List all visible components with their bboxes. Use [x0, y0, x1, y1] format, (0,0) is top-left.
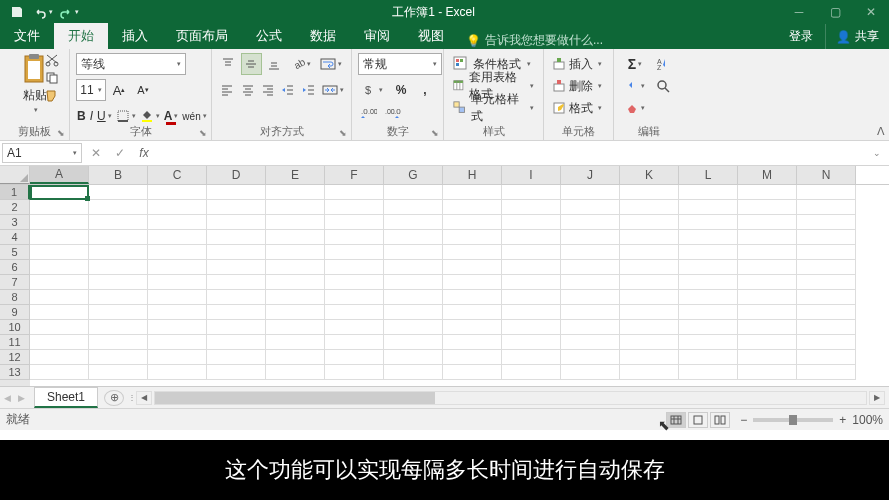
cell[interactable] [207, 365, 266, 380]
cell[interactable] [502, 305, 561, 320]
cell[interactable] [207, 335, 266, 350]
cell[interactable] [502, 215, 561, 230]
cell[interactable] [207, 290, 266, 305]
cell[interactable] [266, 350, 325, 365]
cell[interactable] [325, 320, 384, 335]
cell[interactable] [561, 335, 620, 350]
cell[interactable] [30, 305, 89, 320]
cell[interactable] [148, 365, 207, 380]
tab-layout[interactable]: 页面布局 [162, 23, 242, 49]
cell[interactable] [207, 230, 266, 245]
cell[interactable] [797, 290, 856, 305]
zoom-in-button[interactable]: + [839, 413, 846, 427]
cell[interactable] [561, 275, 620, 290]
cell[interactable] [325, 290, 384, 305]
cell[interactable] [89, 305, 148, 320]
cell[interactable] [738, 230, 797, 245]
number-format-select[interactable]: 常规▾ [358, 53, 442, 75]
cell[interactable] [502, 260, 561, 275]
cell[interactable] [620, 350, 679, 365]
zoom-out-button[interactable]: − [740, 413, 747, 427]
cell[interactable] [207, 200, 266, 215]
cell[interactable] [679, 335, 738, 350]
collapse-ribbon-button[interactable]: ᐱ [877, 125, 885, 138]
font-size-select[interactable]: 11▾ [76, 79, 106, 101]
column-header[interactable]: M [738, 166, 797, 184]
tab-file[interactable]: 文件 [0, 23, 54, 49]
close-button[interactable]: ✕ [853, 0, 889, 24]
column-header[interactable]: D [207, 166, 266, 184]
insert-function-button[interactable]: fx [132, 143, 156, 163]
cell[interactable] [325, 215, 384, 230]
row-header[interactable]: 1 [0, 185, 30, 200]
sheet-tab[interactable]: Sheet1 [34, 387, 98, 408]
comma-button[interactable]: , [414, 79, 436, 101]
cell[interactable] [384, 215, 443, 230]
cell[interactable] [443, 275, 502, 290]
grow-font-button[interactable]: A▴ [108, 79, 130, 101]
zoom-level[interactable]: 100% [852, 413, 883, 427]
cell[interactable] [679, 260, 738, 275]
cell[interactable] [384, 365, 443, 380]
cell[interactable] [266, 185, 325, 200]
cell[interactable] [620, 365, 679, 380]
align-middle-button[interactable] [241, 53, 262, 75]
cell[interactable] [207, 320, 266, 335]
cell[interactable] [738, 305, 797, 320]
cell[interactable] [325, 245, 384, 260]
cell[interactable] [679, 350, 738, 365]
tab-home[interactable]: 开始 [54, 23, 108, 49]
cell[interactable] [561, 365, 620, 380]
cell[interactable] [30, 290, 89, 305]
cell[interactable] [384, 350, 443, 365]
tab-review[interactable]: 审阅 [350, 23, 404, 49]
cell[interactable] [30, 275, 89, 290]
delete-cells-button[interactable]: 删除▾ [550, 75, 607, 97]
cell[interactable] [620, 305, 679, 320]
cell[interactable] [325, 365, 384, 380]
select-all-corner[interactable] [0, 166, 30, 184]
cell[interactable] [502, 320, 561, 335]
cell[interactable] [443, 245, 502, 260]
cell[interactable] [89, 230, 148, 245]
column-header[interactable]: B [89, 166, 148, 184]
cell[interactable] [325, 335, 384, 350]
cell[interactable] [797, 275, 856, 290]
cell[interactable] [679, 320, 738, 335]
tab-data[interactable]: 数据 [296, 23, 350, 49]
increase-decimal-button[interactable]: .0.00 [358, 101, 380, 123]
cell[interactable] [738, 350, 797, 365]
cell[interactable] [30, 230, 89, 245]
cancel-formula-button[interactable]: ✕ [84, 143, 108, 163]
cell[interactable] [620, 290, 679, 305]
cell[interactable] [148, 200, 207, 215]
cell[interactable] [502, 365, 561, 380]
cell[interactable] [148, 275, 207, 290]
cell[interactable] [738, 185, 797, 200]
cell[interactable] [443, 230, 502, 245]
cell[interactable] [30, 320, 89, 335]
column-header[interactable]: I [502, 166, 561, 184]
normal-view-button[interactable] [666, 412, 686, 428]
cell[interactable] [443, 365, 502, 380]
cell[interactable] [738, 275, 797, 290]
row-header[interactable]: 11 [0, 335, 30, 350]
cell[interactable] [620, 335, 679, 350]
scroll-right-button[interactable]: ▶ [869, 391, 885, 405]
cell[interactable] [266, 335, 325, 350]
page-layout-view-button[interactable] [688, 412, 708, 428]
cell[interactable] [30, 335, 89, 350]
cell[interactable] [443, 185, 502, 200]
format-cells-button[interactable]: 格式▾ [550, 97, 607, 119]
prev-sheet-button[interactable]: ◀ [4, 393, 16, 403]
cell[interactable] [89, 320, 148, 335]
font-family-select[interactable]: 等线▾ [76, 53, 186, 75]
add-sheet-button[interactable]: ⊕ [104, 390, 124, 406]
cell[interactable] [30, 215, 89, 230]
cell[interactable] [384, 275, 443, 290]
cell[interactable] [89, 260, 148, 275]
horizontal-scrollbar[interactable]: ⋮ ◀ ▶ [128, 391, 885, 405]
decrease-decimal-button[interactable]: .00.0 [382, 101, 404, 123]
column-header[interactable]: J [561, 166, 620, 184]
cell[interactable] [89, 185, 148, 200]
